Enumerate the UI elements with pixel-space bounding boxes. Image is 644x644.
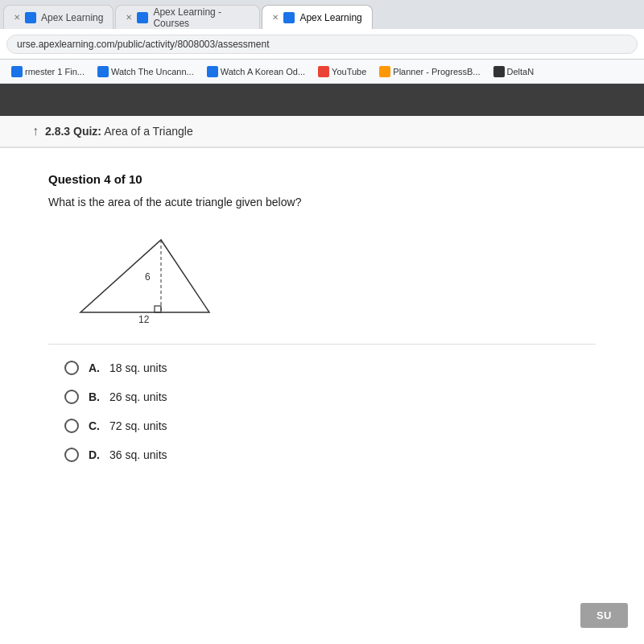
bookmark-icon-1 xyxy=(11,66,23,77)
answer-letter-b: B. xyxy=(89,390,100,403)
bookmark-5[interactable]: Planner - ProgressB... xyxy=(374,64,485,79)
bookmark-icon-2 xyxy=(97,66,109,77)
quiz-header-bar: ↑ 2.8.3 Quiz: Area of a Triangle xyxy=(0,116,644,148)
tab-label-3: Apex Learning xyxy=(299,12,361,23)
answer-choices: A. 18 sq. units B. 26 sq. units C. 72 sq… xyxy=(48,361,596,462)
bookmark-label-3: Watch A Korean Od... xyxy=(221,67,305,76)
svg-text:6: 6 xyxy=(145,271,151,283)
triangle-svg: 6 12 xyxy=(72,228,217,324)
tab-label-1: Apex Learning xyxy=(41,12,103,23)
bookmark-label-6: DeltaN xyxy=(507,67,535,76)
radio-a[interactable] xyxy=(64,361,79,375)
address-bar[interactable]: urse.apexlearning.com/public/activity/80… xyxy=(6,35,638,54)
bookmark-label-4: YouTube xyxy=(332,67,366,76)
radio-c[interactable] xyxy=(64,419,79,433)
bookmark-icon-5 xyxy=(379,66,390,77)
page-content: ↑ 2.8.3 Quiz: Area of a Triangle Questio… xyxy=(0,84,644,644)
tab-label-2: Apex Learning - Courses xyxy=(153,6,250,29)
answer-letter-d: D. xyxy=(89,448,100,461)
answer-text-a: 18 sq. units xyxy=(109,361,167,374)
quiz-header-title: 2.8.3 Quiz: Area of a Triangle xyxy=(45,125,193,138)
answer-letter-c: C. xyxy=(89,419,100,432)
bookmark-label-2: Watch The Uncann... xyxy=(111,67,194,76)
bookmark-label-1: rmester 1 Fin... xyxy=(25,67,85,76)
browser-window: ✕ Apex Learning ✕ Apex Learning - Course… xyxy=(0,0,644,644)
bookmark-icon-6 xyxy=(493,66,505,77)
tab-favicon-1 xyxy=(25,12,36,23)
tab-close-1[interactable]: ✕ xyxy=(14,13,20,22)
answer-item-b[interactable]: B. 26 sq. units xyxy=(64,390,596,404)
answer-divider xyxy=(48,344,596,345)
answer-item-c[interactable]: C. 72 sq. units xyxy=(64,419,596,433)
bookmark-label-5: Planner - ProgressB... xyxy=(393,67,480,76)
address-bar-row: urse.apexlearning.com/public/activity/80… xyxy=(0,29,644,60)
quiz-header-icon: ↑ xyxy=(32,124,39,138)
bookmark-icon-3 xyxy=(207,66,218,77)
tab-close-2[interactable]: ✕ xyxy=(126,13,132,22)
tab-favicon-2 xyxy=(137,12,148,23)
tab-2[interactable]: ✕ Apex Learning - Courses xyxy=(115,5,260,29)
site-header xyxy=(0,84,644,116)
submit-button[interactable]: SU xyxy=(580,603,628,628)
bookmark-1[interactable]: rmester 1 Fin... xyxy=(6,64,89,79)
bookmark-4[interactable]: YouTube xyxy=(313,64,371,79)
radio-d[interactable] xyxy=(64,448,79,462)
submit-area: SU xyxy=(580,603,628,628)
bookmark-icon-4 xyxy=(318,66,329,77)
tab-close-3[interactable]: ✕ xyxy=(272,13,279,22)
tab-bar: ✕ Apex Learning ✕ Apex Learning - Course… xyxy=(0,0,644,29)
bookmark-2[interactable]: Watch The Uncann... xyxy=(93,64,199,79)
tab-3[interactable]: ✕ Apex Learning xyxy=(262,5,372,29)
question-text: What is the area of the acute triangle g… xyxy=(48,196,596,208)
bookmark-3[interactable]: Watch A Korean Od... xyxy=(202,64,310,79)
radio-b[interactable] xyxy=(64,390,79,404)
answer-text-b: 26 sq. units xyxy=(109,390,167,403)
bookmark-6[interactable]: DeltaN xyxy=(489,64,539,79)
answer-text-d: 36 sq. units xyxy=(109,448,167,461)
tab-1[interactable]: ✕ Apex Learning xyxy=(3,5,114,29)
answer-item-a[interactable]: A. 18 sq. units xyxy=(64,361,596,375)
svg-rect-2 xyxy=(155,306,161,312)
tab-favicon-3 xyxy=(283,12,295,23)
bookmarks-bar: rmester 1 Fin... Watch The Uncann... Wat… xyxy=(0,60,644,84)
answer-item-d[interactable]: D. 36 sq. units xyxy=(64,448,596,462)
answer-text-c: 72 sq. units xyxy=(109,419,167,432)
svg-text:12: 12 xyxy=(138,314,150,324)
quiz-main: Question 4 of 10 What is the area of the… xyxy=(0,148,644,644)
triangle-diagram: 6 12 xyxy=(72,228,233,328)
question-label: Question 4 of 10 xyxy=(48,172,596,186)
answer-letter-a: A. xyxy=(89,361,100,374)
